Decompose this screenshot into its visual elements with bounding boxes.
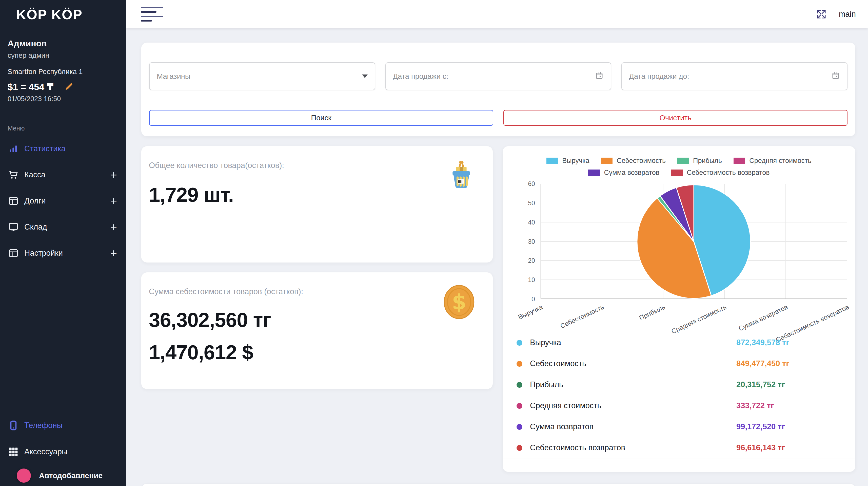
edit-pencil-icon[interactable] [64,81,74,92]
calendar-icon[interactable] [595,71,603,82]
coin-icon: $ [440,283,478,322]
y-axis-tick-label: 60 [528,180,535,188]
hamburger-menu-icon[interactable] [141,7,163,22]
x-axis-tick-label: Средняя стоимость [670,303,728,336]
sidebar-item-warehouse[interactable]: Склад + [0,214,126,240]
clear-button[interactable]: Очистить [503,110,847,126]
stats-list: Выручка872,349,578 тгСебестоимость849,47… [503,332,855,458]
legend-item[interactable]: Себестоимость возвратов [671,169,770,177]
stores-select-placeholder: Магазины [157,72,362,81]
next-card-partial [141,484,855,486]
stat-value: 849,477,450 тг [736,359,789,368]
rate-datetime: 01/05/2023 16:50 [8,95,119,103]
stat-row: Выручка872,349,578 тг [503,332,855,353]
search-button[interactable]: Поиск [149,110,493,126]
y-axis-tick-label: 20 [528,257,535,264]
legend-swatch [601,158,613,164]
legend-swatch [588,170,600,176]
expand-plus-icon[interactable]: + [110,169,117,181]
legend-label: Себестоимость [617,157,666,165]
date-from-input[interactable]: Дата продажи с: [385,62,612,90]
stat-value: 872,349,578 тг [736,338,789,347]
app-screen: KÖP KÖP Админов супер админ Smartfon Рес… [0,0,868,486]
sidebar-item-settings[interactable]: Настройки + [0,240,126,266]
chart-card: ВыручкаСебестоимостьПрибыльСредняя стоим… [503,146,855,472]
fullscreen-expand-icon[interactable] [815,8,827,20]
phone-icon [8,420,19,431]
chart-plot-wrap: 0102030405060ВыручкаСебестоимостьПрибыль… [540,184,847,299]
autoadd-row: Автодобавление [0,465,126,486]
user-role: супер админ [8,52,119,60]
stat-dot [517,361,522,367]
main-area: main Магазины Дата продажи с: [126,0,868,486]
stat-row: Себестоимость849,477,450 тг [503,353,855,374]
sidebar-item-label: Настройки [24,249,63,258]
x-axis-tick-label: Прибыль [638,303,666,322]
legend-label: Себестоимость возвратов [687,169,770,177]
expand-plus-icon[interactable]: + [110,195,117,207]
layout-icon [8,195,19,207]
sidebar-item-debts[interactable]: Долги + [0,188,126,214]
y-axis-tick-label: 10 [528,276,535,284]
filter-card: Магазины Дата продажи с: Дата продажи до… [141,42,855,136]
legend-swatch [547,158,558,164]
legend-item[interactable]: Прибыль [677,157,722,165]
sidebar-menu: Статистика Касса + Долги + Скла [0,136,126,266]
sidebar-item-phones[interactable]: Телефоны [0,412,126,439]
exchange-rate: $1 = 454 ₸ [8,82,54,92]
y-axis-tick-label: 30 [528,238,535,245]
sidebar-item-accessories[interactable]: Аксессуары [0,439,126,465]
calendar-icon[interactable] [831,71,840,82]
user-block: Админов супер админ Smartfon Республика … [8,38,119,103]
stat-label: Выручка [530,338,561,347]
bar-chart-icon [8,143,19,154]
quantity-card: Общее количество товара(остатков): 1,729… [141,146,493,262]
stores-select[interactable]: Магазины [149,62,375,90]
date-to-placeholder: Дата продажи до: [629,72,831,81]
sidebar-item-label: Долги [24,196,46,205]
expand-plus-icon[interactable]: + [110,247,117,259]
topbar: main [126,0,868,28]
y-axis-tick-label: 40 [528,219,535,226]
stat-label: Сумма возвратов [530,422,593,431]
x-axis-tick-label: Себестоимость [559,303,605,330]
legend-label: Прибыль [693,157,722,165]
stat-label: Средняя стоимость [530,401,601,410]
autoadd-toggle[interactable] [6,471,31,480]
autoadd-label: Автодобавление [39,471,102,480]
sidebar-item-label: Аксессуары [24,447,67,456]
expand-plus-icon[interactable]: + [110,221,117,233]
x-axis-tick-label: Выручка [517,303,544,321]
y-axis-tick-label: 50 [528,199,535,206]
sidebar-item-statistics[interactable]: Статистика [0,136,126,162]
legend-item[interactable]: Себестоимость [601,157,666,165]
stat-value: 99,172,520 тг [736,422,785,431]
cost-card-value-usd: 1,470,612 $ [149,341,483,364]
pie-chart[interactable] [540,184,847,299]
legend-label: Средняя стоимость [749,157,811,165]
sidebar-item-label: Телефоны [24,421,63,430]
legend-label: Выручка [562,157,589,165]
legend-swatch [671,170,683,176]
stat-row: Средняя стоимость333,722 тг [503,395,855,416]
sidebar-item-cashbox[interactable]: Касса + [0,162,126,188]
stat-value: 96,616,143 тг [736,443,785,452]
quantity-card-value: 1,729 шт. [149,183,483,206]
toggle-knob[interactable] [17,468,31,483]
stat-dot [517,445,522,451]
legend-item[interactable]: Средняя стоимость [734,157,811,165]
sidebar-bottom-section: Телефоны Аксессуары Автодобавление [0,412,126,486]
cost-card-title: Сумма себестоимости товаров (остатков): [149,287,483,296]
cart-icon [8,169,19,181]
stat-dot [517,424,522,430]
stat-label: Себестоимость возвратов [530,443,625,452]
quantity-card-title: Общее количество товара(остатков): [149,161,483,170]
legend-item[interactable]: Сумма возвратов [588,169,659,177]
chart-plot: 0102030405060ВыручкаСебестоимостьПрибыль… [540,184,847,299]
svg-text:$: $ [452,290,466,314]
date-to-input[interactable]: Дата продажи до: [621,62,847,90]
legend-item[interactable]: Выручка [547,157,589,165]
date-from-placeholder: Дата продажи с: [393,72,595,81]
stat-row: Себестоимость возвратов96,616,143 тг [503,437,855,458]
stat-dot [517,340,522,346]
